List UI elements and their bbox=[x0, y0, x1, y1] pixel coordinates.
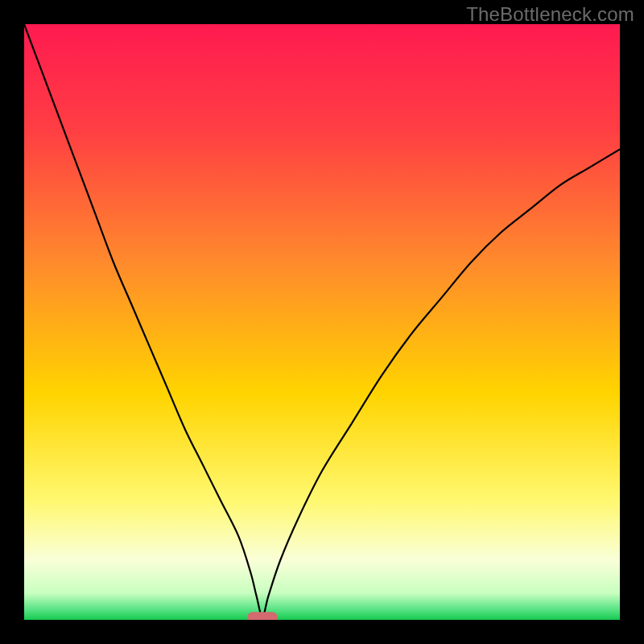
gradient-background bbox=[24, 24, 620, 620]
watermark-text: TheBottleneck.com bbox=[466, 3, 634, 26]
chart-frame: TheBottleneck.com bbox=[0, 0, 644, 644]
bottleneck-marker bbox=[248, 612, 278, 620]
bottleneck-chart bbox=[24, 24, 620, 620]
plot-area bbox=[24, 24, 620, 620]
